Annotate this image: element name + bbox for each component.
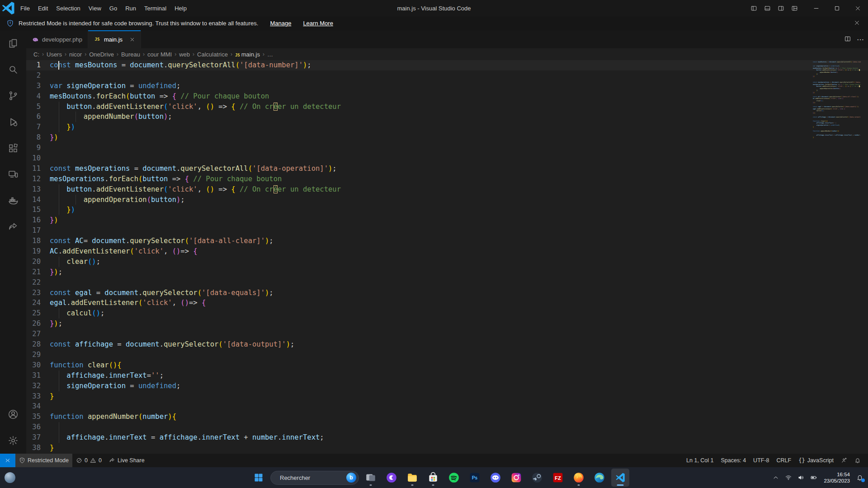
tab-main.js[interactable]: JSmain.js (88, 30, 141, 48)
breadcrumb-item[interactable]: OneDrive (89, 51, 114, 58)
line-number[interactable]: 5 (26, 102, 50, 112)
code-line[interactable]: 6 appendNumber(button); (26, 112, 868, 122)
code-line[interactable]: 7 }) (26, 122, 868, 132)
line-number[interactable]: 4 (26, 91, 50, 102)
line-number[interactable]: 13 (26, 184, 50, 195)
line-number[interactable]: 28 (26, 339, 50, 350)
learn-more-link[interactable]: Learn More (303, 20, 333, 27)
taskbar-app-vscode[interactable] (611, 469, 629, 487)
line-number[interactable]: 1 (26, 60, 50, 70)
taskbar-app-microsoft-store[interactable] (424, 469, 442, 487)
breadcrumb-item[interactable]: C: (33, 51, 39, 58)
code-line[interactable]: 2 (26, 70, 868, 81)
code-line[interactable]: 31 affichage.innerText=''; (26, 371, 868, 381)
line-number[interactable]: 25 (26, 308, 50, 319)
status-live-share[interactable]: Live Share (105, 454, 148, 467)
taskbar-clock[interactable]: 16:54 23/05/2023 (821, 471, 853, 484)
menu-view[interactable]: View (85, 3, 105, 14)
layout-sidebar-left-icon[interactable] (747, 2, 760, 14)
split-editor-icon[interactable] (844, 35, 851, 44)
activity-accounts[interactable] (0, 401, 26, 427)
status-restricted-mode[interactable]: Restricted Mode (15, 454, 72, 467)
menu-file[interactable]: File (16, 3, 34, 14)
line-number[interactable]: 23 (26, 288, 50, 298)
manage-link[interactable]: Manage (270, 20, 291, 27)
status-language-mode[interactable]: {}JavaScript (795, 454, 837, 467)
status-encoding[interactable]: UTF-8 (750, 454, 773, 467)
menu-help[interactable]: Help (170, 3, 191, 14)
breadcrumb-item[interactable]: Users (47, 51, 62, 58)
code-line[interactable]: 26}); (26, 319, 868, 329)
taskbar-app-edge[interactable] (590, 469, 609, 487)
taskbar-app-spotify[interactable] (445, 469, 463, 487)
breadcrumb-item[interactable]: cour MMI (147, 51, 172, 58)
line-number[interactable]: 16 (26, 215, 50, 225)
line-number[interactable]: 21 (26, 267, 50, 277)
status-cursor-position[interactable]: Ln 1, Col 1 (683, 454, 717, 467)
line-number[interactable]: 24 (26, 298, 50, 308)
line-number[interactable]: 14 (26, 195, 50, 205)
taskbar-app-file-explorer[interactable] (403, 469, 421, 487)
line-number[interactable]: 22 (26, 277, 50, 288)
taskbar-app-firefox[interactable] (570, 469, 588, 487)
breadcrumb-item[interactable]: nicor (69, 51, 82, 58)
code-line[interactable]: 17 (26, 225, 868, 236)
code-line[interactable]: 15 }) (26, 205, 868, 215)
line-number[interactable]: 10 (26, 153, 50, 164)
battery-icon[interactable] (808, 472, 819, 483)
line-number[interactable]: 8 (26, 132, 50, 143)
line-number[interactable]: 19 (26, 246, 50, 257)
line-number[interactable]: 27 (26, 329, 50, 339)
taskbar-app-photoshop[interactable]: Ps (466, 469, 484, 487)
layout-panel-icon[interactable] (760, 2, 774, 14)
breadcrumb-item[interactable]: Calculatrice (197, 51, 228, 58)
more-icon[interactable]: ⋯ (857, 35, 864, 44)
taskbar-app-instagram[interactable] (507, 469, 525, 487)
tab-close-icon[interactable] (129, 37, 135, 42)
code-editor[interactable]: 1const mesBoutons = document.querySelect… (26, 60, 868, 454)
status-problems[interactable]: 00 (72, 454, 105, 467)
code-line[interactable]: 38} (26, 443, 868, 453)
line-number[interactable]: 3 (26, 81, 50, 91)
line-number[interactable]: 37 (26, 432, 50, 443)
status-eol-sequence[interactable]: CRLF (773, 454, 795, 467)
code-line[interactable]: 3var signeOperation = undefined; (26, 81, 868, 91)
code-line[interactable]: 14 appendOperation(button); (26, 195, 868, 205)
line-number[interactable]: 30 (26, 360, 50, 371)
code-line[interactable]: 27 (26, 329, 868, 339)
code-line[interactable]: 33} (26, 391, 868, 402)
code-line[interactable]: 28const affichage = document.querySelect… (26, 339, 868, 350)
activity-extensions[interactable] (0, 135, 26, 161)
wifi-icon[interactable] (783, 472, 794, 483)
line-number[interactable]: 11 (26, 164, 50, 174)
status-feedback[interactable] (837, 454, 851, 467)
activity-live-share[interactable] (0, 214, 26, 240)
code-line[interactable]: 32 signeOperation = undefined; (26, 381, 868, 391)
activity-docker[interactable] (0, 188, 26, 214)
line-number[interactable]: 35 (26, 412, 50, 422)
activity-settings[interactable] (0, 427, 26, 454)
tab-developper.php[interactable]: developper.php (26, 30, 88, 48)
line-number[interactable]: 29 (26, 350, 50, 360)
line-number[interactable]: 9 (26, 143, 50, 153)
line-number[interactable]: 33 (26, 391, 50, 402)
menu-run[interactable]: Run (121, 3, 140, 14)
code-line[interactable]: 19AC.addEventListener('click', ()=> { (26, 246, 868, 257)
line-number[interactable]: 34 (26, 401, 50, 412)
banner-close-icon[interactable] (854, 19, 862, 28)
tray-chevron-up-icon[interactable] (770, 472, 781, 483)
code-line[interactable]: 8}) (26, 132, 868, 143)
line-number[interactable]: 20 (26, 257, 50, 267)
activity-run-and-debug[interactable] (0, 109, 26, 135)
code-line[interactable]: 9 (26, 143, 868, 153)
code-line[interactable]: 16}) (26, 215, 868, 225)
taskbar-search[interactable]: Rechercher b (270, 471, 359, 485)
code-line[interactable]: 12mesOperations.forEach(button => { // P… (26, 174, 868, 184)
layout-sidebar-right-icon[interactable] (774, 2, 788, 14)
widgets-icon[interactable] (5, 472, 15, 483)
taskbar-app-discord[interactable] (486, 469, 505, 487)
code-line[interactable]: 20 clear(); (26, 257, 868, 267)
minimap[interactable]: const mesBoutons = document.querySelecto… (813, 61, 861, 138)
notification-bell-icon[interactable] (854, 472, 865, 483)
activity-explorer[interactable] (0, 30, 26, 56)
